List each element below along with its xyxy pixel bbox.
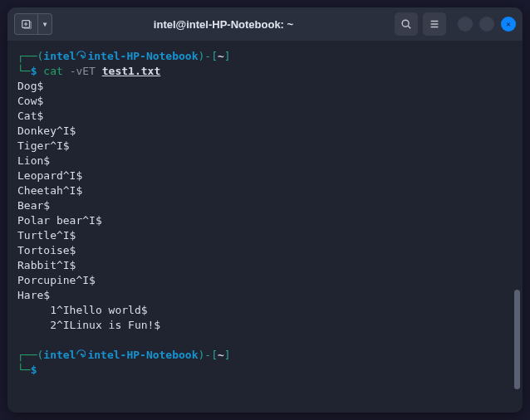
output-line: Turtle^I$ <box>17 228 513 243</box>
svg-point-1 <box>402 20 409 27</box>
output-line: Leopard^I$ <box>17 168 513 183</box>
terminal-body[interactable]: ┌──(intelintel-HP-Notebook)-[~] └─$ cat … <box>7 41 523 413</box>
output-line: Tiger^I$ <box>17 139 513 154</box>
tab-button-group: ▾ <box>14 13 52 35</box>
output-line: Tortoise$ <box>17 243 513 258</box>
titlebar: ▾ intel@intel-HP-Notebook: ~ ✕ <box>7 7 523 41</box>
output-line: Hare$ <box>17 288 513 303</box>
output-line: Cow$ <box>17 94 513 109</box>
output-line: 1^Ihello world$ <box>17 303 513 318</box>
output-line: Lion$ <box>17 154 513 168</box>
window-title: intel@intel-HP-Notebook: ~ <box>57 18 390 31</box>
menu-button[interactable] <box>423 12 446 36</box>
output-line: Porcupine^I$ <box>17 273 513 288</box>
search-button[interactable] <box>395 12 418 36</box>
minimize-button[interactable] <box>458 17 473 32</box>
kali-icon <box>76 50 87 61</box>
output-line: Donkey^I$ <box>17 124 513 139</box>
tab-dropdown-button[interactable]: ▾ <box>37 13 52 35</box>
kali-icon <box>76 349 87 360</box>
output-line: 2^ILinux is Fun!$ <box>17 318 513 333</box>
close-icon: ✕ <box>506 20 510 28</box>
output-line: Cheetah^I$ <box>17 183 513 198</box>
svg-line-2 <box>408 26 410 28</box>
scrollbar-thumb[interactable] <box>514 290 520 389</box>
prompt-line-2-top: ┌──(intelintel-HP-Notebook)-[~] <box>17 348 513 363</box>
maximize-button[interactable] <box>479 17 494 32</box>
prompt-line-1-top: ┌──(intelintel-HP-Notebook)-[~] <box>17 49 513 64</box>
output-block: Dog$Cow$Cat$Donkey^I$Tiger^I$Lion$Leopar… <box>17 79 513 333</box>
window-controls: ✕ <box>458 17 516 32</box>
svg-point-7 <box>81 354 82 355</box>
prompt-line-2-bottom: └─$ <box>17 363 513 378</box>
output-line: Dog$ <box>17 79 513 94</box>
close-button[interactable]: ✕ <box>501 17 516 32</box>
terminal-window: ▾ intel@intel-HP-Notebook: ~ ✕ ┌── <box>7 7 523 413</box>
hamburger-icon <box>429 18 440 30</box>
svg-point-6 <box>81 55 82 56</box>
output-line: Rabbit^I$ <box>17 258 513 273</box>
output-line: Bear$ <box>17 198 513 213</box>
output-line: Cat$ <box>17 109 513 124</box>
chevron-down-icon: ▾ <box>42 18 47 30</box>
output-line: Polar bear^I$ <box>17 213 513 228</box>
new-tab-icon <box>21 18 32 30</box>
blank-line <box>17 333 513 348</box>
new-tab-button[interactable] <box>14 13 37 35</box>
prompt-line-1-bottom: └─$ cat -vET test1.txt <box>17 64 513 79</box>
search-icon <box>400 18 412 30</box>
